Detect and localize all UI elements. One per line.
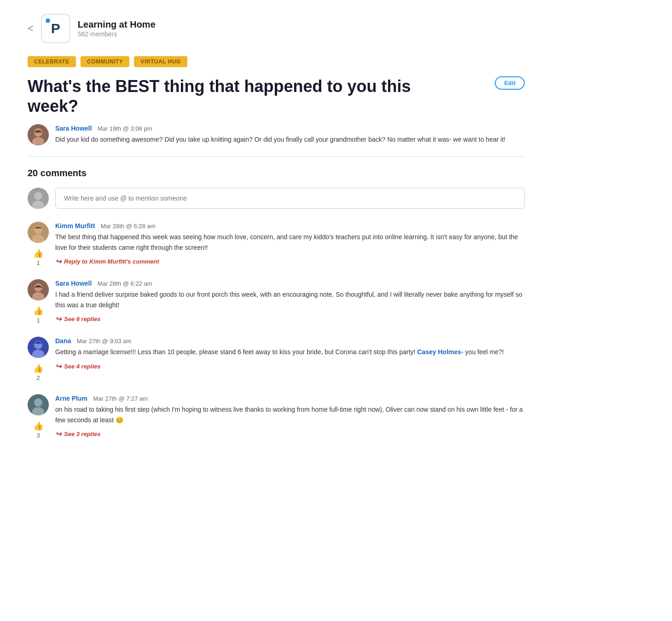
comment-input-row [28,188,525,209]
kimm-reply-link[interactable]: ↪ Reply to Kimm Murfitt's comment [55,257,525,266]
arne-like-icon: 👍 [33,421,43,431]
kimm-reply-label: Reply to Kimm Murfitt's comment [64,258,159,265]
group-logo-dot [46,18,50,23]
arne-reply-link[interactable]: ↪ See 3 replies [55,430,525,438]
comment-dana-left: 👍 2 [28,337,49,381]
group-name: Learning at Home [78,19,156,30]
group-info: Learning at Home 562 members [78,19,156,38]
post-title-area: What's the BEST thing that happened to y… [28,76,525,116]
post-body: Did your kid do something awesome? Did y… [55,134,505,144]
kimm-avatar [28,222,49,243]
dana-text: Getting a marriage license!!! Less than … [55,347,525,357]
sara2-avatar [28,279,49,300]
sara-like-button[interactable]: 👍 1 [33,306,43,324]
sara-date: Mar 28th @ 6:22 am [98,280,152,287]
sara-author-name[interactable]: Sara Howell [55,280,92,287]
comment-sara-left: 👍 1 [28,279,49,324]
dana-text-part1: Getting a marriage license!!! Less than … [55,348,417,356]
kimm-like-count: 1 [36,259,40,266]
sara-reply-link[interactable]: ↪ See 6 replies [55,315,525,323]
arne-avatar [28,394,49,415]
tag-virtual-hug[interactable]: VIRTUAL HUG [134,56,187,67]
post-title: What's the BEST thing that happened to y… [28,76,442,116]
svg-point-17 [34,398,42,407]
kimm-author-line: Kimm Murfitt Mar 28th @ 6:28 am [55,222,525,230]
comment-arne: 👍 3 Arne Plum Mar 27th @ 7:27 am on his … [28,394,525,439]
dana-date: Mar 27th @ 9:03 am [77,338,132,345]
comment-input[interactable] [55,188,525,209]
sara-author-line: Sara Howell Mar 28th @ 6:22 am [55,279,525,288]
kimm-comment-content: Kimm Murfitt Mar 28th @ 6:28 am The best… [55,222,525,266]
post-author-info: Sara Howell Mar 19th @ 3:06 pm Did your … [55,124,505,144]
sara-text: I had a friend deliver surprise baked go… [55,289,525,310]
sara-like-count: 1 [36,317,40,324]
arne-reply-label: See 3 replies [64,431,101,437]
group-logo-letter: P [51,21,60,36]
group-members: 562 members [78,30,117,38]
comment-kimm: 👍 1 Kimm Murfitt Mar 28th @ 6:28 am The … [28,222,525,266]
svg-point-5 [34,192,42,200]
sara-reply-arrow-icon: ↪ [55,315,61,323]
dana-comment-content: Dana Mar 27th @ 9:03 am Getting a marria… [55,337,525,370]
comments-header: 20 comments [28,168,525,178]
dana-reply-arrow-icon: ↪ [55,362,61,371]
sara-reply-label: See 6 replies [64,316,101,322]
post-author-avatar [28,124,49,145]
tags-container: CELEBRATE COMMUNITY VIRTUAL HUG [28,56,525,67]
tag-celebrate[interactable]: CELEBRATE [28,56,76,67]
arne-like-count: 3 [36,432,40,439]
dana-reply-link[interactable]: ↪ See 4 replies [55,362,525,371]
dana-like-icon: 👍 [33,363,43,374]
dana-reply-label: See 4 replies [64,363,101,370]
post-author-date: Mar 19th @ 3:06 pm [98,125,152,132]
sara-like-icon: 👍 [33,306,43,316]
back-header: < P Learning at Home 562 members [28,14,525,43]
comment-dana: 👍 2 Dana Mar 27th @ 9:03 am Getting a ma… [28,337,525,381]
arne-author-line: Arne Plum Mar 27th @ 7:27 am [55,394,525,402]
comment-sara: 👍 1 Sara Howell Mar 28th @ 6:22 am I had… [28,279,525,324]
reply-arrow-icon: ↪ [55,257,61,266]
kimm-like-button[interactable]: 👍 1 [33,248,43,266]
comment-arne-left: 👍 3 [28,394,49,439]
dana-like-count: 2 [36,374,40,381]
kimm-author-name[interactable]: Kimm Murfitt [55,222,95,230]
back-button[interactable]: < [28,23,34,34]
edit-button[interactable]: Edit [495,76,525,90]
kimm-date: Mar 28th @ 6:28 am [101,223,156,230]
dana-text-part3: - you feel me?! [461,348,504,356]
post-author: Sara Howell Mar 19th @ 3:06 pm Did your … [28,124,525,145]
kimm-text: The best thing that happened this week w… [55,232,525,253]
dana-avatar [28,337,49,358]
divider [28,156,525,157]
arne-like-button[interactable]: 👍 3 [33,421,43,439]
arne-comment-content: Arne Plum Mar 27th @ 7:27 am on his road… [55,394,525,438]
arne-text: on his road to taking his first step (wh… [55,404,525,425]
casey-holmes-mention[interactable]: Casey Holmes [417,348,461,356]
like-icon: 👍 [33,248,43,259]
arne-author-name[interactable]: Arne Plum [55,395,87,402]
current-user-avatar [28,188,49,209]
dana-author-name[interactable]: Dana [55,337,71,345]
arne-date: Mar 27th @ 7:27 am [93,395,148,402]
comment-kimm-left: 👍 1 [28,222,49,266]
post-author-name[interactable]: Sara Howell [55,125,92,132]
sara-comment-content: Sara Howell Mar 28th @ 6:22 am I had a f… [55,279,525,323]
dana-author-line: Dana Mar 27th @ 9:03 am [55,337,525,345]
arne-reply-arrow-icon: ↪ [55,430,61,438]
tag-community[interactable]: COMMUNITY [81,56,130,67]
dana-like-button[interactable]: 👍 2 [33,363,43,381]
group-logo: P [41,14,70,43]
